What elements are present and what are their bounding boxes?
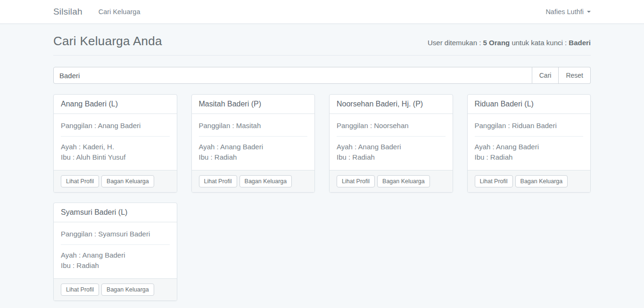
- page-title: Cari Keluarga Anda: [53, 34, 162, 49]
- user-dropdown[interactable]: Nafies Luthfi: [545, 8, 591, 16]
- bagan-keluarga-button[interactable]: Bagan Keluarga: [515, 175, 568, 187]
- person-ayah: Ayah : Anang Baderi: [337, 142, 446, 152]
- card-divider: [61, 244, 170, 245]
- person-ayah: Ayah : Anang Baderi: [475, 142, 584, 152]
- top-navbar: Silsilah Cari Keluarga Nafies Luthfi: [0, 0, 644, 24]
- person-panggilan: Panggilan : Syamsuri Baderi: [61, 229, 170, 239]
- lihat-profil-button[interactable]: Lihat Profil: [61, 284, 99, 296]
- card-divider: [475, 136, 584, 137]
- person-card-body: Panggilan : Riduan Baderi Ayah : Anang B…: [468, 114, 591, 170]
- person-card-footer: Lihat Profil Bagan Keluarga: [192, 170, 315, 192]
- search-input[interactable]: [53, 67, 532, 84]
- person-panggilan: Panggilan : Masitah: [199, 121, 308, 131]
- person-ayah: Ayah : Anang Baderi: [61, 250, 170, 260]
- person-ibu: Ibu : Radiah: [475, 152, 584, 162]
- bagan-keluarga-button[interactable]: Bagan Keluarga: [377, 175, 430, 187]
- card-divider: [337, 136, 446, 137]
- main-container: Cari Keluarga Anda User ditemukan : 5 Or…: [53, 34, 591, 308]
- person-card-body: Panggilan : Syamsuri Baderi Ayah : Anang…: [54, 222, 177, 278]
- person-ayah: Ayah : Anang Baderi: [199, 142, 308, 152]
- reset-button[interactable]: Reset: [559, 67, 591, 84]
- person-panggilan: Panggilan : Noorsehan: [337, 121, 446, 131]
- result-count: 5 Orang: [483, 39, 510, 47]
- person-ibu: Ibu : Radiah: [337, 152, 446, 162]
- person-card: Masitah Baderi (P) Panggilan : Masitah A…: [191, 94, 315, 193]
- bagan-keluarga-button[interactable]: Bagan Keluarga: [101, 284, 154, 296]
- person-card-title: Noorsehan Baderi, Hj. (P): [330, 95, 453, 114]
- person-ibu: Ibu : Radiah: [199, 152, 308, 162]
- bagan-keluarga-button[interactable]: Bagan Keluarga: [101, 175, 154, 187]
- search-bar: Cari Reset: [53, 67, 591, 84]
- results-grid: Anang Baderi (L) Panggilan : Anang Bader…: [53, 94, 591, 308]
- person-card: Riduan Baderi (L) Panggilan : Riduan Bad…: [467, 94, 591, 193]
- lihat-profil-button[interactable]: Lihat Profil: [475, 175, 513, 187]
- page-header: Cari Keluarga Anda User ditemukan : 5 Or…: [53, 34, 591, 56]
- person-ibu: Ibu : Radiah: [61, 260, 170, 271]
- person-card-body: Panggilan : Anang Baderi Ayah : Kaderi, …: [54, 114, 177, 170]
- person-card-title: Masitah Baderi (P): [192, 95, 315, 114]
- person-card-title: Riduan Baderi (L): [468, 95, 591, 114]
- brand-link[interactable]: Silsilah: [53, 7, 83, 17]
- navbar-right: Nafies Luthfi: [545, 8, 591, 16]
- nav-item-cari-keluarga[interactable]: Cari Keluarga: [99, 8, 140, 16]
- navbar-container: Silsilah Cari Keluarga Nafies Luthfi: [53, 0, 591, 24]
- navbar-left: Silsilah Cari Keluarga: [53, 7, 545, 17]
- result-summary: User ditemukan : 5 Orang untuk kata kunc…: [428, 39, 591, 47]
- person-card-footer: Lihat Profil Bagan Keluarga: [54, 170, 177, 192]
- card-divider: [61, 136, 170, 137]
- user-name: Nafies Luthfi: [545, 8, 584, 16]
- person-card-title: Anang Baderi (L): [54, 95, 177, 114]
- person-card: Anang Baderi (L) Panggilan : Anang Bader…: [53, 94, 177, 193]
- person-card-footer: Lihat Profil Bagan Keluarga: [468, 170, 591, 192]
- person-ayah: Ayah : Kaderi, H.: [61, 142, 170, 152]
- person-card: Noorsehan Baderi, Hj. (P) Panggilan : No…: [329, 94, 453, 193]
- person-card: Syamsuri Baderi (L) Panggilan : Syamsuri…: [53, 203, 177, 301]
- person-card-footer: Lihat Profil Bagan Keluarga: [330, 170, 453, 192]
- result-middle: untuk kata kunci :: [510, 39, 569, 47]
- person-card-title: Syamsuri Baderi (L): [54, 203, 177, 222]
- lihat-profil-button[interactable]: Lihat Profil: [61, 175, 99, 187]
- person-card-body: Panggilan : Noorsehan Ayah : Anang Bader…: [330, 114, 453, 170]
- chevron-down-icon: [587, 11, 591, 13]
- card-divider: [199, 136, 308, 137]
- result-prefix: User ditemukan :: [428, 39, 483, 47]
- person-panggilan: Panggilan : Anang Baderi: [61, 121, 170, 131]
- person-card-footer: Lihat Profil Bagan Keluarga: [54, 278, 177, 300]
- cari-button[interactable]: Cari: [532, 67, 559, 84]
- result-keyword: Baderi: [569, 39, 591, 47]
- person-ibu: Ibu : Aluh Binti Yusuf: [61, 152, 170, 162]
- person-card-body: Panggilan : Masitah Ayah : Anang Baderi …: [192, 114, 315, 170]
- lihat-profil-button[interactable]: Lihat Profil: [199, 175, 237, 187]
- bagan-keluarga-button[interactable]: Bagan Keluarga: [239, 175, 292, 187]
- lihat-profil-button[interactable]: Lihat Profil: [337, 175, 375, 187]
- person-panggilan: Panggilan : Riduan Baderi: [475, 121, 584, 131]
